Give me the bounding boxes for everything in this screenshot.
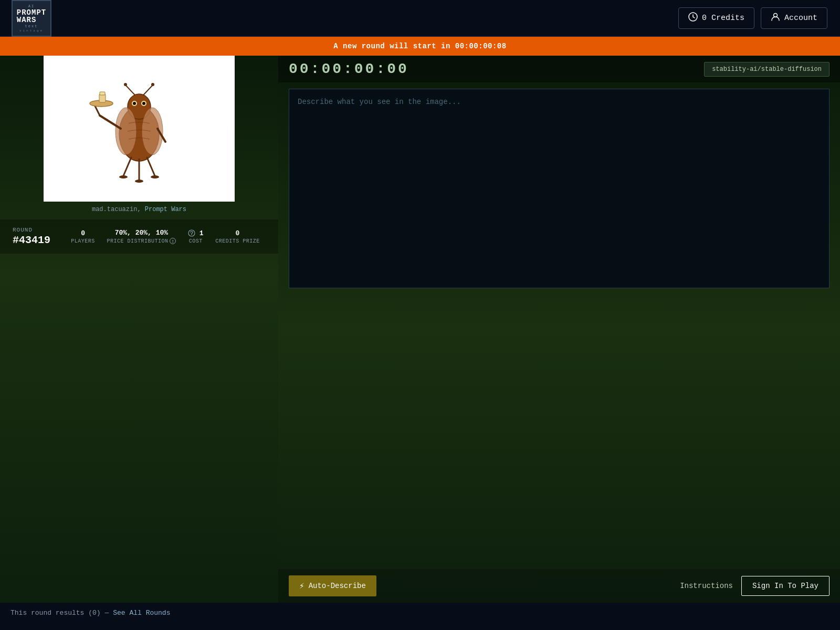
prompt-area — [278, 82, 840, 569]
timer-bar: 00:00:00:00 stability-ai/stable-diffusio… — [278, 56, 840, 82]
svg-line-8 — [126, 86, 135, 95]
image-credit: mad.tacuazin, Prompt Wars — [92, 206, 186, 213]
logo-line1: AI — [28, 4, 35, 8]
image-credit-author: mad.tacuazin, — [92, 206, 141, 213]
players-value: 0 — [81, 229, 85, 237]
svg-line-20 — [123, 158, 131, 176]
credits-prize-label: Credits Prize — [215, 238, 260, 244]
round-info: Round #43419 0 Players 70%, 20%, 10% Pri… — [0, 219, 278, 254]
svg-point-7 — [142, 102, 145, 105]
sign-in-label: Sign In To Play — [752, 582, 818, 590]
auto-describe-label: Auto-Describe — [309, 582, 366, 590]
cost-number: 1 — [200, 229, 204, 237]
auto-describe-button[interactable]: ⚡ Auto-Describe — [289, 575, 376, 596]
game-image-container — [44, 56, 235, 202]
prompt-textarea[interactable] — [289, 89, 830, 288]
svg-line-22 — [147, 158, 155, 176]
credits-button[interactable]: 0 Credits — [678, 7, 754, 29]
svg-point-23 — [119, 175, 128, 178]
round-label-col: Round #43419 — [13, 227, 65, 246]
credits-prize-stat: 0 Credits Prize — [215, 229, 260, 244]
svg-point-27 — [191, 235, 192, 235]
left-panel: mad.tacuazin, Prompt Wars Round #43419 0… — [0, 56, 278, 603]
see-all-label: See All Rounds — [113, 609, 170, 617]
logo-area: AI PROMPT WARS text vintage — [13, 0, 50, 37]
players-label: Players — [71, 238, 95, 244]
price-dist-label-text: Price Distribution — [107, 238, 168, 244]
see-all-rounds-link[interactable]: See All Rounds — [113, 609, 170, 617]
svg-line-9 — [143, 86, 152, 95]
header-nav: 0 Credits Account — [678, 7, 827, 29]
svg-point-6 — [133, 102, 136, 105]
action-bar: ⚡ Auto-Describe Instructions Sign In To … — [278, 569, 840, 603]
logo-title: PROMPT WARS — [17, 9, 46, 24]
svg-point-12 — [116, 108, 136, 155]
announcement-bar: A new round will start in 00:00:00:08 — [0, 37, 840, 56]
players-stat: 0 Players — [71, 229, 95, 244]
instructions-link[interactable]: Instructions — [680, 582, 733, 590]
svg-rect-18 — [100, 92, 105, 95]
account-button[interactable]: Account — [761, 7, 827, 29]
header: AI PROMPT WARS text vintage 0 Credits — [0, 0, 840, 37]
logo-subtitle: vintage — [19, 29, 44, 33]
price-dist-label: Price Distribution i — [107, 238, 176, 244]
svg-point-25 — [151, 175, 159, 178]
cost-icon-value: 1 — [188, 229, 204, 237]
logo-box: AI PROMPT WARS text vintage — [13, 0, 50, 37]
model-badge: stability-ai/stable-diffusion — [704, 62, 830, 77]
cost-label: Cost — [189, 238, 203, 244]
instructions-label: Instructions — [680, 582, 733, 590]
results-text: This round results (0) — — [10, 609, 109, 617]
svg-point-11 — [151, 83, 154, 86]
bug-illustration — [87, 66, 192, 192]
price-dist-value: 70%, 20%, 10% — [115, 229, 168, 237]
svg-point-10 — [124, 83, 127, 86]
timer-display: 00:00:00:00 — [289, 61, 409, 77]
cost-stat: 1 Cost — [188, 229, 204, 244]
credits-label: 0 Credits — [702, 14, 744, 23]
lightning-icon: ⚡ — [299, 581, 304, 591]
image-credit-link-text: Prompt Wars — [145, 206, 186, 213]
round-stats: 0 Players 70%, 20%, 10% Price Distributi… — [65, 229, 266, 244]
sign-in-button[interactable]: Sign In To Play — [741, 576, 830, 596]
results-bar: This round results (0) — See All Rounds — [0, 603, 840, 623]
account-icon — [771, 12, 780, 24]
logo-inner: AI PROMPT WARS text vintage — [12, 0, 51, 37]
info-icon[interactable]: i — [170, 238, 176, 244]
credits-prize-value: 0 — [236, 229, 240, 237]
announcement-text: A new round will start in 00:00:00:08 — [333, 42, 506, 50]
image-credit-link[interactable]: Prompt Wars — [145, 206, 186, 213]
account-label: Account — [784, 14, 817, 23]
right-panel: 00:00:00:00 stability-ai/stable-diffusio… — [278, 56, 840, 603]
price-dist-stat: 70%, 20%, 10% Price Distribution i — [107, 229, 176, 244]
svg-point-24 — [135, 180, 143, 183]
round-label: Round — [13, 227, 65, 233]
right-actions: Instructions Sign In To Play — [680, 576, 830, 596]
players-label-text: Players — [71, 238, 95, 244]
credits-icon — [688, 12, 698, 24]
main-content: mad.tacuazin, Prompt Wars Round #43419 0… — [0, 56, 840, 603]
logo-line2: text — [25, 24, 38, 28]
round-number: #43419 — [13, 234, 65, 246]
